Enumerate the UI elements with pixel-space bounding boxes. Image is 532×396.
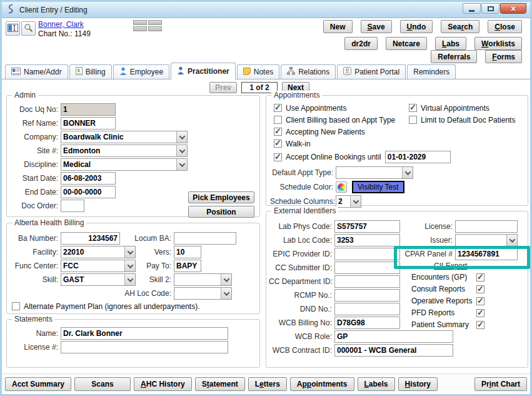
func-center-dropdown[interactable] [61,260,136,272]
title-bar[interactable]: Client Entry / Editing × [2,2,530,18]
ref-name-field[interactable] [61,117,116,129]
start-date-field[interactable] [61,172,116,185]
statement-name-field[interactable] [61,327,228,340]
position-button[interactable]: Position [188,206,254,218]
worklists-button[interactable]: Worklists [474,37,522,50]
tab-relations[interactable]: Relations [281,64,336,79]
online-bookings-until-field[interactable] [385,151,451,163]
cpar-panel-field[interactable] [455,248,518,260]
tab-practitioner[interactable]: Practitioner [171,63,236,79]
ah-loc-code-dropdown[interactable] [174,287,232,300]
license-field[interactable] [455,220,518,233]
patient-summary-checkbox[interactable] [476,321,484,329]
company-dropdown[interactable] [61,131,188,143]
accepting-new-patients-checkbox[interactable] [274,128,282,136]
bottom-actions: Acct Summary Scans AHC History Statement… [5,377,438,391]
acct-summary-button[interactable]: Acct Summary [5,377,71,391]
text-entry-mode-button[interactable] [6,21,20,36]
chevron-down-icon[interactable] [176,145,187,156]
chevron-down-icon[interactable] [506,235,517,246]
chevron-down-icon[interactable] [176,131,187,143]
minimize-icon[interactable] [463,3,481,14]
wcb-contract-id-field[interactable] [334,344,453,357]
doc-uq-no-field[interactable] [61,103,116,116]
letters-button[interactable]: Letters [248,377,287,391]
vers-field[interactable] [174,246,201,258]
dnd-no-field[interactable] [334,303,400,315]
close-icon[interactable]: × [500,3,526,14]
facility-dropdown[interactable] [61,246,136,258]
ahc-history-button[interactable]: AHC History [134,377,192,391]
chevron-down-icon[interactable] [176,159,187,170]
pay-to-field[interactable] [174,260,201,272]
lab-loc-code-field[interactable] [334,234,400,246]
issuer-dropdown[interactable] [455,234,518,246]
search-button[interactable]: Search [441,20,479,33]
skill2-dropdown[interactable] [174,273,232,286]
wcb-role-field[interactable] [334,330,453,343]
labels-button[interactable]: Labels [358,377,395,391]
print-chart-button[interactable]: Print Chart [474,377,527,391]
operative-reports-checkbox[interactable] [476,297,484,305]
maximize-icon[interactable] [481,3,499,14]
virtual-appointments-checkbox[interactable] [409,104,417,112]
cc-submitter-id-field[interactable] [334,261,400,274]
new-button[interactable]: New [323,20,353,33]
dr2dr-button[interactable]: dr2dr [344,37,378,50]
schedule-color-button[interactable] [336,181,347,193]
use-appointments-checkbox[interactable] [274,104,282,112]
site-dropdown[interactable] [61,145,188,157]
doc-order-field[interactable] [61,200,84,212]
chevron-down-icon[interactable] [350,196,361,207]
statement-button[interactable]: Statement [195,377,245,391]
tab-reminders[interactable]: Reminders [407,64,456,79]
scans-button[interactable]: Scans [74,377,131,391]
patient-name-link[interactable]: Bonner, Clark [38,20,84,29]
pick-employees-button[interactable]: Pick Employees [188,191,254,203]
chevron-down-icon[interactable] [124,274,135,285]
tab-notes[interactable]: Notes [237,64,279,79]
epic-provider-id-field[interactable] [334,248,400,260]
default-appt-type-dropdown[interactable] [336,166,413,179]
cii-export-link[interactable]: CII Export [434,261,471,270]
undo-button[interactable]: Undo [400,20,433,33]
labs-button[interactable]: Labs [435,37,466,50]
statement-license-field[interactable] [61,341,228,353]
end-date-field[interactable] [61,186,116,198]
chevron-down-icon[interactable] [402,167,413,178]
wcb-billing-no-field[interactable] [334,317,400,329]
client-billing-appt-type-checkbox[interactable] [274,116,282,124]
chevron-down-icon[interactable] [124,260,135,272]
tab-billing[interactable]: $ Billing [69,64,112,79]
online-bookings-checkbox[interactable] [274,153,282,161]
tab-name-addr[interactable]: Name/Addr [5,64,68,79]
netcare-button[interactable]: Netcare [386,37,427,50]
forms-button[interactable]: Forms [485,50,522,63]
chevron-down-icon[interactable] [221,288,231,299]
consult-reports-checkbox[interactable] [476,285,484,293]
limit-default-doc-checkbox[interactable] [409,116,417,124]
schedule-columns-dropdown[interactable] [336,195,361,208]
walk-in-checkbox[interactable] [274,140,282,148]
prev-button[interactable]: Prev [209,82,237,93]
locum-ba-field[interactable] [174,232,236,245]
lab-phys-code-field[interactable] [334,220,400,233]
patient-search-button[interactable] [21,21,36,36]
alternate-payment-plan-checkbox[interactable] [12,302,20,310]
chevron-down-icon[interactable] [124,246,135,258]
appointments-button[interactable]: Appointments [290,377,354,391]
chevron-down-icon[interactable] [221,274,231,285]
skill-dropdown[interactable] [61,273,136,286]
save-button[interactable]: Save [361,20,392,33]
tab-employee[interactable]: Employee [113,64,169,79]
encounters-gp-checkbox[interactable] [476,273,484,282]
history-button[interactable]: History [398,377,438,391]
cc-department-id-field[interactable] [334,275,400,288]
referrals-button[interactable]: Referrals [431,50,477,63]
discipline-dropdown[interactable] [61,158,188,171]
close-button[interactable]: Close [488,20,522,33]
rcmp-no-field[interactable] [334,289,400,302]
pfd-reports-checkbox[interactable] [476,309,484,317]
tab-patient-portal[interactable]: Patient Portal [337,64,406,79]
ba-number-field[interactable] [61,232,120,245]
